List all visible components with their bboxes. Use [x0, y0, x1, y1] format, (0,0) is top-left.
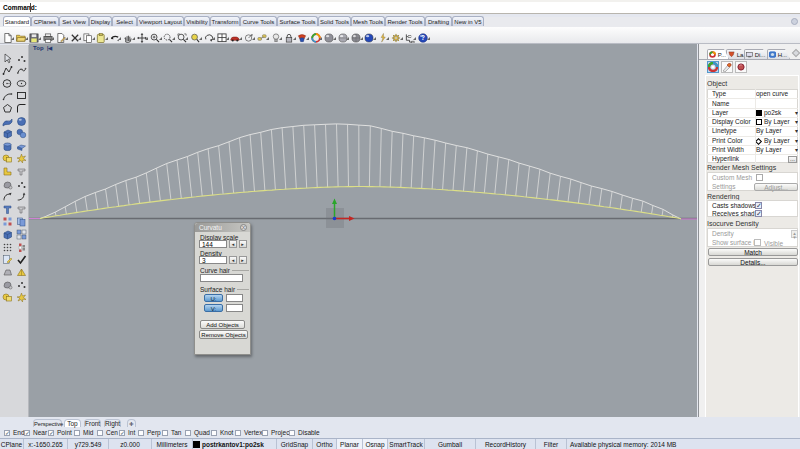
- svg-text:?: ?: [421, 34, 425, 41]
